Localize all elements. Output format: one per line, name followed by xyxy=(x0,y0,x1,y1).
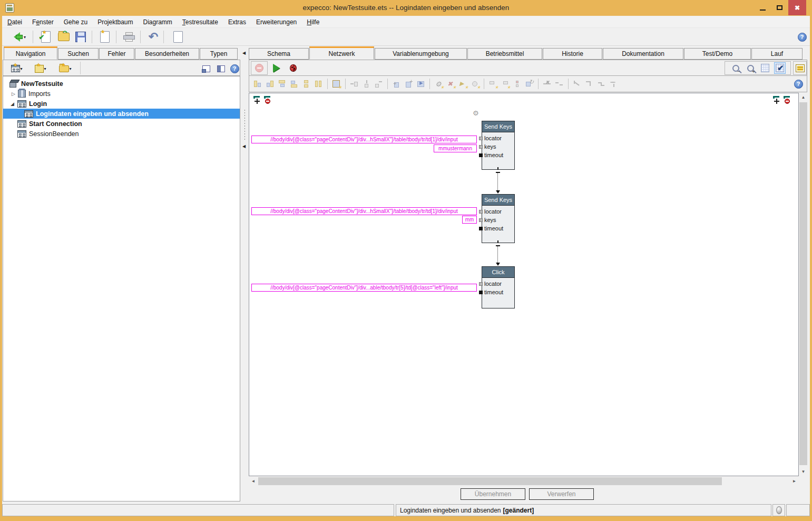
move-pin-right-icon[interactable]: ★ xyxy=(501,80,510,89)
toolbar-help-button[interactable]: ? xyxy=(796,30,808,44)
scroll-right-arrow[interactable]: ► xyxy=(790,477,799,486)
discard-button[interactable]: Verwerfen xyxy=(529,488,594,500)
output-pin-marker-icon[interactable] xyxy=(264,96,271,104)
new-folder-button[interactable]: ★ ▾ xyxy=(55,61,76,76)
tree-item-imports[interactable]: ▷ Imports xyxy=(3,89,240,99)
scroll-left-arrow[interactable]: ◄ xyxy=(249,477,258,486)
pin-locator[interactable]: locator xyxy=(482,279,514,288)
menu-gehe-zu[interactable]: Gehe zu xyxy=(64,18,87,26)
menu-diagramm[interactable]: Diagramm xyxy=(143,18,172,26)
network-diagram-canvas[interactable]: ⚙ Send Keys locator keys timeout //body/… xyxy=(249,93,799,476)
tab-fehler[interactable]: Fehler xyxy=(99,48,134,60)
tab-navigation[interactable]: Navigation xyxy=(4,46,57,60)
left-help-button[interactable]: ? xyxy=(229,61,240,76)
maximize-button[interactable] xyxy=(770,0,788,15)
tab-besonderheiten[interactable]: Besonderheiten xyxy=(135,48,199,60)
save-button[interactable] xyxy=(73,30,89,44)
run-button[interactable] xyxy=(272,62,284,74)
menu-projektbaum[interactable]: Projektbaum xyxy=(97,18,133,26)
menu-datei[interactable]: Datei xyxy=(7,18,22,26)
wait-icon[interactable]: ★ xyxy=(471,80,480,89)
conn-style-step-icon[interactable] xyxy=(597,80,606,89)
menu-fenster[interactable]: Fenster xyxy=(32,18,54,26)
pin-connector[interactable] xyxy=(479,282,483,286)
connection-delete-icon[interactable]: ✖ xyxy=(543,80,552,89)
tab-test-demo[interactable]: Test/Demo xyxy=(684,48,751,60)
tree-item-newtestsuite[interactable]: NewTestsuite xyxy=(3,79,240,89)
canvas-vertical-scrollbar[interactable]: ▲ ▼ xyxy=(799,93,808,476)
tree-item-login[interactable]: ◢ Login xyxy=(3,99,240,109)
align-bottom-icon[interactable] xyxy=(290,80,299,89)
collapse-left-icon[interactable]: ◀ xyxy=(242,144,246,149)
connection-line[interactable] xyxy=(497,246,498,263)
collapse-left-icon[interactable]: ◀ xyxy=(242,51,246,55)
split-view-button[interactable] xyxy=(214,61,228,76)
menu-hilfe[interactable]: Hilfe xyxy=(307,18,319,26)
refresh-view-button[interactable]: ↻ xyxy=(169,30,185,44)
close-button[interactable]: ✖ xyxy=(788,0,806,15)
minimize-button[interactable] xyxy=(754,0,771,15)
tree-item-start-connection[interactable]: Start Connection xyxy=(3,119,240,129)
pin-connector[interactable] xyxy=(479,218,483,222)
node-send-keys-2[interactable]: Send Keys locator keys timeout xyxy=(482,194,515,243)
output-pin-marker-icon[interactable] xyxy=(784,96,791,104)
align-right-icon[interactable] xyxy=(266,80,275,89)
pin-connector[interactable] xyxy=(479,145,483,149)
input-pin-marker-icon[interactable] xyxy=(773,96,780,104)
align-center-h-icon[interactable] xyxy=(302,80,311,89)
add-step-icon[interactable]: + xyxy=(404,80,413,89)
apply-button[interactable]: Übernehmen xyxy=(461,488,525,500)
pin-order-icon[interactable] xyxy=(513,80,522,89)
pin-connector[interactable] xyxy=(479,227,483,230)
panel-splitter[interactable]: ◀ ◀ xyxy=(241,46,248,501)
new-document-button[interactable]: ★ xyxy=(97,30,113,44)
pin-timeout[interactable]: timeout xyxy=(482,288,514,296)
expander-expanded-icon[interactable]: ◢ xyxy=(11,101,14,107)
pin-timeout[interactable]: timeout xyxy=(482,151,514,159)
align-center-v-icon[interactable] xyxy=(314,80,323,89)
menu-erweiterungen[interactable]: Erweiterungen xyxy=(256,18,297,26)
add-input-icon[interactable]: + xyxy=(392,80,401,89)
tree-item-sessionbeenden[interactable]: SessionBeenden xyxy=(3,129,240,139)
delete-icon[interactable]: ✖★ xyxy=(446,80,455,89)
zoom-in-button[interactable]: + xyxy=(745,62,756,74)
pin-locator[interactable]: locator xyxy=(482,207,514,216)
execute-icon[interactable]: ▶★ xyxy=(458,80,467,89)
rotate-block-icon[interactable]: ↻ xyxy=(525,80,534,89)
connection-create-icon[interactable] xyxy=(555,80,564,89)
back-button[interactable]: ▾ xyxy=(6,30,30,44)
align-left-icon[interactable] xyxy=(253,80,262,89)
scroll-up-arrow[interactable]: ▲ xyxy=(799,93,808,102)
canvas-horizontal-scrollbar[interactable]: ◄ ► xyxy=(249,477,799,486)
env-gear-icon[interactable]: ⚙★ xyxy=(434,80,443,89)
insert-pin-down-icon[interactable] xyxy=(362,80,371,89)
input-pin-marker-icon[interactable] xyxy=(253,96,261,104)
locator-value-label[interactable]: //body/div[@class="pageContentDiv"]/div.… xyxy=(251,207,477,215)
scroll-down-arrow[interactable]: ▼ xyxy=(799,467,808,476)
snap-to-grid-button[interactable]: ✔ xyxy=(774,62,786,74)
node-click[interactable]: Click locator timeout xyxy=(482,266,515,308)
tab-netzwerk[interactable]: Netzwerk xyxy=(309,46,374,60)
pin-connector[interactable] xyxy=(479,137,483,140)
insert-output-pin-icon[interactable] xyxy=(374,80,383,89)
add-block-icon[interactable]: ★ xyxy=(332,80,341,89)
conn-style-spline-icon[interactable] xyxy=(609,80,618,89)
locator-value-label[interactable]: //body/div[@class="pageContentDiv"]/div.… xyxy=(251,284,477,292)
move-pin-left-icon[interactable]: ★ xyxy=(488,80,497,89)
remove-breakpoints-icon[interactable] xyxy=(255,64,263,72)
grid-toggle-button[interactable] xyxy=(759,62,771,74)
open-button[interactable]: ↷ xyxy=(55,30,72,44)
expander-collapsed-icon[interactable]: ▷ xyxy=(12,91,15,97)
splitter-handle[interactable] xyxy=(244,110,245,141)
pin-keys[interactable]: keys xyxy=(482,216,514,224)
connection-line[interactable] xyxy=(497,172,498,190)
node-send-keys-1[interactable]: Send Keys locator keys timeout xyxy=(482,121,515,170)
pin-keys[interactable]: keys xyxy=(482,142,514,151)
insert-input-pin-icon[interactable] xyxy=(350,80,359,89)
undo-button[interactable]: ↶ xyxy=(145,30,161,44)
menu-extras[interactable]: Extras xyxy=(228,18,246,26)
pin-connector[interactable] xyxy=(479,291,483,294)
tab-schema[interactable]: Schema xyxy=(249,48,309,60)
tab-betriebsmittel[interactable]: Betriebsmittel xyxy=(467,48,542,60)
new-block-button[interactable]: ★ ▾ xyxy=(7,61,26,76)
